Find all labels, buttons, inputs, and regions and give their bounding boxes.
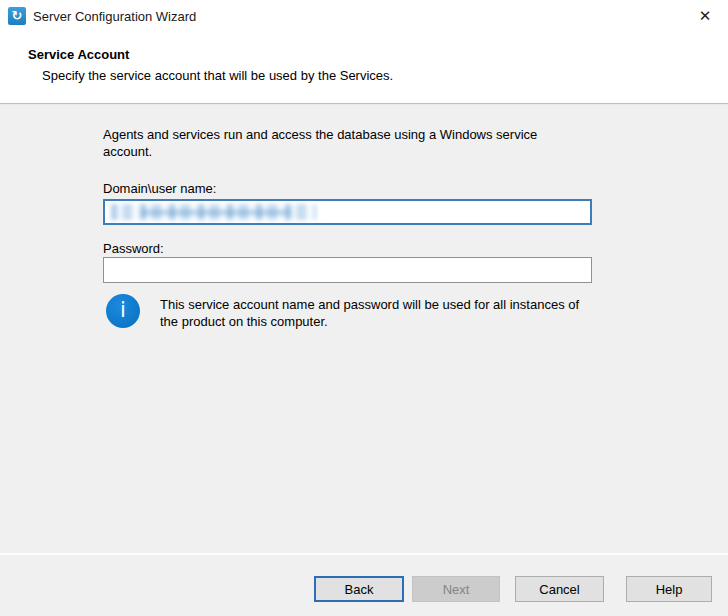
page-subtitle: Specify the service account that will be… [42,68,393,83]
username-label: Domain\user name: [103,181,216,196]
next-button[interactable]: Next [412,576,500,602]
app-icon: ↻ [8,7,26,25]
info-icon: i [106,294,140,328]
intro-text: Agents and services run and access the d… [103,126,583,160]
window-title: Server Configuration Wizard [33,9,196,24]
back-button[interactable]: Back [314,576,404,602]
username-input[interactable] [103,199,592,225]
close-icon[interactable]: ✕ [682,0,728,32]
cancel-button[interactable]: Cancel [515,576,604,602]
password-input[interactable] [103,257,592,283]
help-button[interactable]: Help [626,576,712,602]
info-note: This service account name and password w… [160,296,592,330]
password-label: Password: [103,241,164,256]
titlebar: ↻ Server Configuration Wizard ✕ [0,0,728,32]
footer: Back Next Cancel Help [0,555,728,616]
wizard-header: Service Account Specify the service acco… [0,32,728,103]
page-title: Service Account [28,47,129,62]
wizard-content: Agents and services run and access the d… [0,105,728,553]
server-configuration-wizard-window: ↻ Server Configuration Wizard ✕ Service … [0,0,728,616]
footer-divider [0,553,728,554]
redacted-username-value [111,204,316,220]
